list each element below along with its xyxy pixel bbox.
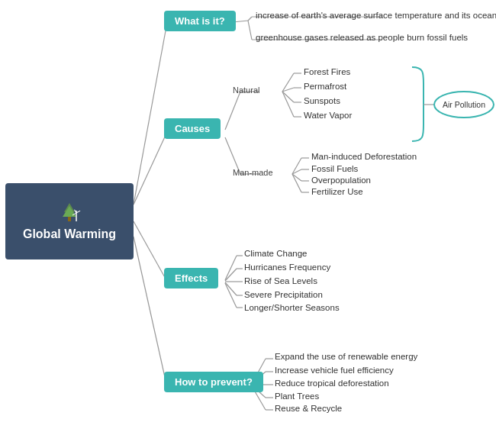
air-pollution-bubble: Air Pollution xyxy=(433,91,494,118)
central-topic: Global Warming xyxy=(5,183,134,259)
mind-map-diagram: Global Warming What is it? increase of e… xyxy=(0,0,496,448)
manmade-label: Man-made xyxy=(233,168,273,177)
air-pollution-label: Air Pollution xyxy=(443,100,485,109)
svg-line-56 xyxy=(76,210,80,214)
svg-line-3 xyxy=(248,21,252,40)
svg-line-0 xyxy=(134,27,166,205)
natural-item-3: Water Vapor xyxy=(304,111,352,120)
svg-rect-52 xyxy=(68,217,71,221)
effect-item-0: Climate Change xyxy=(244,249,307,258)
prevent-item-4: Reuse & Recycle xyxy=(275,404,342,413)
svg-line-6 xyxy=(134,134,166,205)
natural-label: Natural xyxy=(233,85,259,95)
svg-line-25 xyxy=(292,174,301,192)
what-is-it-node: What is it? xyxy=(164,11,236,31)
svg-line-15 xyxy=(282,92,294,117)
svg-line-19 xyxy=(292,158,301,174)
svg-line-9 xyxy=(282,73,294,92)
manmade-item-0: Man-induced Deforestation xyxy=(311,152,417,161)
svg-line-29 xyxy=(225,256,237,280)
effect-item-4: Longer/Shorter Seasons xyxy=(244,303,340,312)
svg-line-23 xyxy=(292,174,301,181)
what-is-it-item-2: greenhouse gases released as people burn… xyxy=(256,33,468,42)
svg-line-13 xyxy=(282,92,294,102)
manmade-item-2: Overpopulation xyxy=(311,176,371,185)
prevent-item-2: Reduce tropical deforestation xyxy=(275,379,389,388)
causes-node: Causes xyxy=(164,118,221,139)
svg-line-7 xyxy=(225,92,240,130)
what-is-it-item-1: increase of earth's average surface temp… xyxy=(256,11,496,20)
how-to-prevent-node: How to prevent? xyxy=(164,372,263,392)
effects-node: Effects xyxy=(164,268,218,288)
central-topic-icon xyxy=(58,201,81,223)
svg-line-35 xyxy=(225,282,237,295)
central-topic-label: Global Warming xyxy=(23,227,116,241)
svg-line-21 xyxy=(292,169,301,174)
natural-item-0: Forest Fires xyxy=(304,67,350,76)
svg-line-28 xyxy=(134,221,166,280)
svg-line-39 xyxy=(134,237,166,384)
natural-item-2: Sunspots xyxy=(304,96,340,105)
natural-item-1: Permafrost xyxy=(304,82,346,91)
manmade-item-1: Fossil Fuels xyxy=(311,164,358,173)
effect-item-1: Hurricanes Frequency xyxy=(244,263,330,272)
effect-item-2: Rise of Sea Levels xyxy=(244,276,317,285)
effect-item-3: Severe Precipitation xyxy=(244,290,323,299)
manmade-item-3: Fertilizer Use xyxy=(311,187,363,196)
prevent-item-1: Increase vehicle fuel efficiency xyxy=(275,366,394,375)
svg-line-11 xyxy=(282,88,294,92)
svg-line-31 xyxy=(225,269,237,281)
prevent-item-3: Plant Trees xyxy=(275,392,319,401)
prevent-item-0: Expand the use of renewable energy xyxy=(275,352,417,361)
svg-line-2 xyxy=(248,17,252,21)
svg-line-37 xyxy=(225,283,237,308)
